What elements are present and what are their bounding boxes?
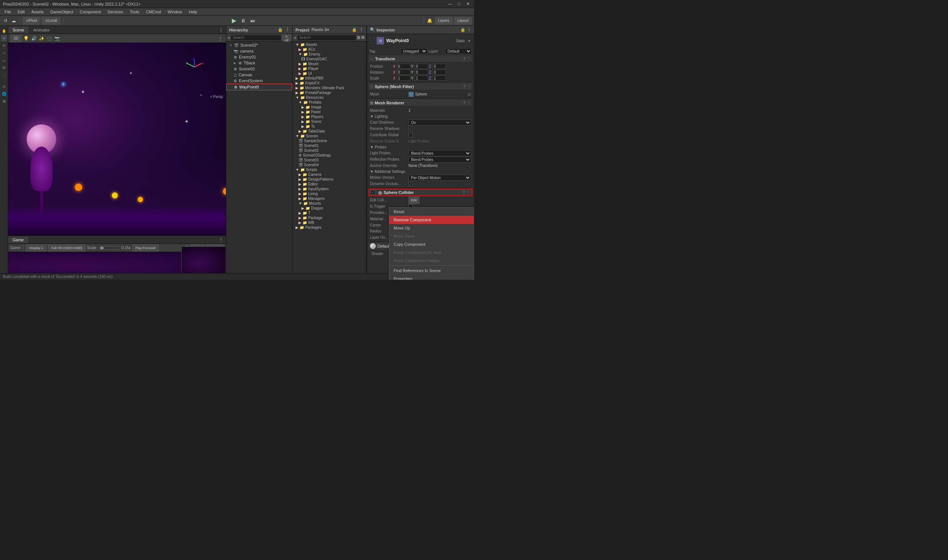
inspector-lock[interactable]: 🔒 [460, 28, 466, 32]
scale-z[interactable] [433, 75, 446, 81]
dynamic-occ-check[interactable]: ✓ [408, 182, 413, 186]
pivot-btn[interactable]: ⊙Pivot [23, 17, 40, 25]
custom-tool[interactable]: ⬚ [1, 72, 8, 78]
additional-toggle-row[interactable]: ▼ Additional Settings [368, 169, 473, 174]
hierarchy-canvas[interactable]: ◻ Canvas [226, 72, 292, 78]
renderer-help[interactable]: ? [463, 101, 466, 105]
edit-coll-btn[interactable]: Edit [408, 197, 419, 204]
proj-portals[interactable]: ▶ 📁 PortalsPackage [293, 90, 366, 95]
mesh-filter-header[interactable]: ⬡ Sphere (Mesh Filter) ? ⋮ [368, 83, 473, 90]
hierarchy-scene02child[interactable]: ⚙ Scene02 [226, 66, 292, 72]
proj-acs[interactable]: ▶ 📁 ACs [293, 47, 366, 52]
transform-help[interactable]: ? [463, 57, 466, 61]
project-menu[interactable]: ⋮ [359, 28, 363, 32]
scale-slider[interactable] [100, 246, 104, 249]
proj-scene02settings[interactable]: ⚙ Scene02Settings [293, 153, 366, 158]
menu-help[interactable]: Help [186, 9, 200, 15]
proj-dragon[interactable]: ▶ 📁 Dragon [293, 206, 366, 211]
rotate-tool[interactable]: ↻ [1, 42, 8, 49]
menu-file[interactable]: File [2, 9, 14, 15]
layout-btn[interactable]: Layout [454, 17, 472, 25]
history-icon[interactable]: ↺ [2, 17, 9, 24]
proj-enemy[interactable]: ▼ 📁 Enemy [293, 52, 366, 57]
step-button[interactable]: ⏭ [250, 18, 256, 24]
proj-editor[interactable]: ▶ 📁 Editor [293, 182, 366, 186]
hierarchy-eventsystem[interactable]: ⚙ EventSystem [226, 78, 292, 84]
cast-shadows-select[interactable]: On [408, 120, 471, 126]
proj-scene03[interactable]: 🎬 Scene03 [293, 158, 366, 163]
mesh-renderer-header[interactable]: ▦ Mesh Renderer ? ⋮ [368, 99, 473, 106]
proj-kriptofx[interactable]: ▶ 📁 KriptoFX [293, 81, 366, 86]
move-tool[interactable]: ✛ [1, 35, 8, 42]
project-search[interactable] [297, 35, 356, 41]
pause-button[interactable]: ⏸ [241, 18, 246, 24]
proj-resources[interactable]: ▼ 📁 Resources [293, 95, 366, 100]
audio-toggle[interactable]: 🔊 [31, 35, 37, 42]
hierarchy-menu[interactable]: ⋮ [285, 28, 289, 32]
pos-y[interactable] [415, 64, 428, 69]
maximize-btn[interactable]: □ [456, 2, 462, 6]
scene-gizmo-toggle[interactable]: ⬚ [46, 35, 53, 42]
proj-infinitypbr[interactable]: ▶ 📁 InfinityPBR [293, 76, 366, 81]
rot-y[interactable] [415, 69, 428, 75]
proj-inputsystem[interactable]: ▶ 📁 InputSystem [293, 186, 366, 191]
cloud2-icon[interactable]: 🔔 [427, 17, 433, 24]
menu-window[interactable]: Window [165, 9, 185, 15]
tag-select[interactable]: Untagged [400, 48, 427, 54]
ctx-find-references[interactable]: Find References In Scene [389, 266, 474, 275]
tab-game[interactable]: Game [8, 237, 28, 243]
reflection-probes-select[interactable]: Blend Probes [408, 157, 471, 163]
object-name[interactable]: WayPoint0 [386, 38, 454, 43]
proj-camera[interactable]: ▶ 📁 Camera [293, 172, 366, 177]
proj-package[interactable]: ▶ 📁 Package [293, 215, 366, 220]
proj-prefabs[interactable]: ▼ 📁 Prefabs [293, 100, 366, 105]
transform-component-header[interactable]: ↔ Transform ? ⋮ [368, 55, 473, 63]
scene-view[interactable]: ☀ X Y Z < Persp [8, 43, 226, 235]
scale-x[interactable] [397, 75, 410, 81]
proj-samplescene[interactable]: 🎬 SampleScene [293, 138, 366, 143]
proj-enemy01ac[interactable]: 🎞 Enemy01AC [293, 57, 366, 62]
hierarchy-camera[interactable]: 📷 camera [226, 48, 292, 54]
layer-select[interactable]: Default [445, 48, 472, 54]
pos-x[interactable] [397, 64, 410, 69]
proj-ui[interactable]: ▶ 📁 UI [293, 71, 366, 76]
proj-monsters[interactable]: ▶ 📁 Monsters Ultimate Pack [293, 86, 366, 90]
transform-menu[interactable]: ⋮ [467, 56, 471, 61]
scene-menu-icon[interactable]: ⋮ [218, 27, 224, 33]
proj-managers[interactable]: ▶ 📁 Managers [293, 196, 366, 201]
proj-packages[interactable]: ▶ 📁 Packages [293, 225, 366, 230]
ctx-remove-component[interactable]: Remove Component [389, 216, 474, 224]
hierarchy-add[interactable]: + [228, 35, 230, 40]
inspector-menu[interactable]: ⋮ [467, 28, 471, 32]
scale-y[interactable] [415, 75, 428, 81]
light-probes-select[interactable]: Blend Probes [408, 150, 471, 156]
renderer-menu[interactable]: ⋮ [467, 100, 471, 105]
lighting-toggle-row[interactable]: ▼ Lighting [368, 114, 473, 119]
hierarchy-tback[interactable]: ▶ ⚙ TBack [226, 60, 292, 66]
rect-tool[interactable]: ▭ [1, 57, 8, 64]
proj-wb[interactable]: ▶ 📁 WB [293, 220, 366, 225]
menu-services[interactable]: Services [105, 9, 126, 15]
layers-btn[interactable]: Layers [435, 17, 453, 25]
object-active-checkbox[interactable]: ✓ [370, 38, 375, 43]
transform-tool[interactable]: ⧉ [1, 65, 8, 71]
menu-assets[interactable]: Assets [29, 9, 47, 15]
proj-players[interactable]: ▶ 📁 Players [293, 114, 366, 119]
proj-ts[interactable]: ▶ 📁 Ts [293, 124, 366, 129]
menu-edit[interactable]: Edit [15, 9, 28, 15]
all-btn[interactable]: ≡ All [282, 34, 291, 42]
rot-z[interactable] [433, 69, 446, 75]
proj-scene02[interactable]: 🎬 Scene02 [293, 148, 366, 153]
hierarchy-scene02[interactable]: ▼ 🎬 Scene02* [226, 42, 292, 48]
pivot-center-icon[interactable]: ⊙ [1, 83, 8, 89]
hierarchy-lock[interactable]: 🔒 [278, 28, 283, 32]
proj-scens[interactable]: ▶ 📁 Scens [293, 119, 366, 124]
menu-gameobject[interactable]: GameObject [48, 9, 76, 15]
rot-x[interactable] [397, 69, 410, 75]
tab-scene[interactable]: Scene [8, 27, 29, 33]
hierarchy-waypoint0[interactable]: ⚙ WayPoint0 [226, 84, 292, 90]
game-menu-icon[interactable]: ⋮ [218, 237, 224, 243]
proj-designpatterns[interactable]: ▶ 📁 DesignPatterns [293, 177, 366, 182]
minimize-btn[interactable]: — [446, 2, 453, 6]
proj-mounts[interactable]: ▼ 📁 Mounts [293, 201, 366, 206]
